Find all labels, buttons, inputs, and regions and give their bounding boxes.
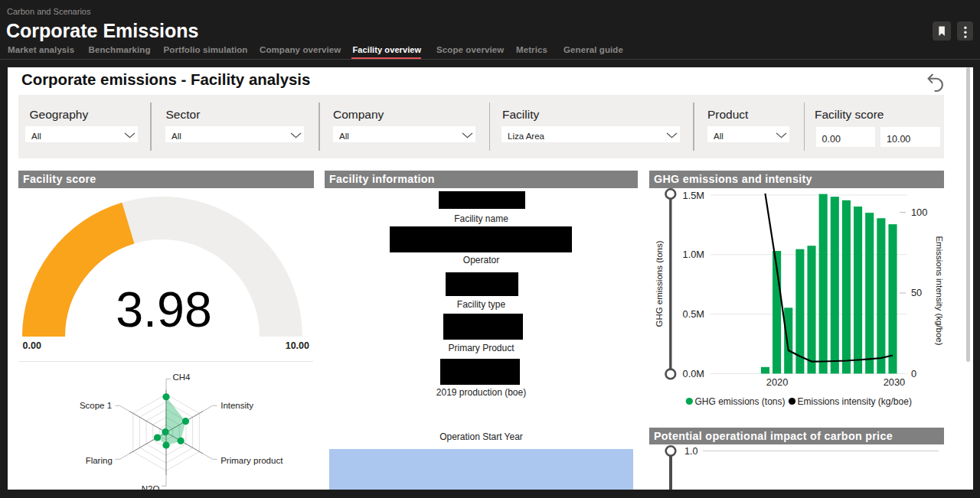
svg-text:0.0M: 0.0M xyxy=(683,368,704,379)
svg-text:GHG emissions (tons): GHG emissions (tons) xyxy=(655,240,664,327)
svg-text:1.5M: 1.5M xyxy=(683,190,704,201)
svg-text:50: 50 xyxy=(911,287,922,298)
svg-text:GHG emissions (tons): GHG emissions (tons) xyxy=(695,396,786,407)
svg-text:0: 0 xyxy=(911,368,916,379)
svg-text:0.5M: 0.5M xyxy=(683,308,704,320)
svg-text:Intensity: Intensity xyxy=(220,401,253,410)
svg-text:1.0M: 1.0M xyxy=(683,249,704,260)
svg-text:Flaring: Flaring xyxy=(86,456,113,465)
svg-text:2020: 2020 xyxy=(766,376,788,388)
svg-text:Scope 1: Scope 1 xyxy=(80,401,112,410)
svg-text:CH4: CH4 xyxy=(172,373,191,382)
svg-text:100: 100 xyxy=(911,207,927,218)
svg-text:Emissions intensity (kg/boe): Emissions intensity (kg/boe) xyxy=(798,396,912,407)
svg-text:2030: 2030 xyxy=(884,376,905,388)
svg-text:Emissions intensity (kg/boe): Emissions intensity (kg/boe) xyxy=(935,236,944,345)
svg-text:Primary product: Primary product xyxy=(220,456,283,465)
